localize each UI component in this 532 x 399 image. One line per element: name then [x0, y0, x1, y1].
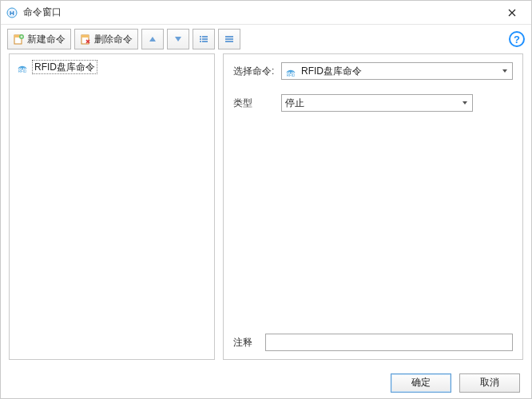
- notes-row: 注释: [233, 334, 513, 351]
- svg-rect-13: [225, 36, 233, 38]
- svg-rect-15: [225, 41, 233, 42]
- chevron-down-icon: [499, 63, 510, 79]
- svg-text:RFID: RFID: [287, 73, 296, 77]
- select-command-dropdown[interactable]: RFID RFID盘库命令: [281, 62, 513, 80]
- type-label: 类型: [233, 97, 281, 110]
- svg-rect-11: [200, 41, 201, 42]
- svg-rect-14: [225, 38, 233, 40]
- titlebar: H 命令窗口: [1, 1, 531, 25]
- svg-text:H: H: [10, 10, 14, 17]
- command-form-panel: 选择命令: RFID RFID盘库命令 类型 停止 注释: [223, 53, 523, 360]
- delete-command-label: 删除命令: [94, 33, 133, 46]
- close-button[interactable]: [496, 2, 528, 24]
- svg-rect-9: [200, 38, 201, 40]
- delete-command-button[interactable]: 删除命令: [74, 29, 138, 49]
- rfid-icon: RFID: [284, 64, 298, 78]
- dialog-footer: 确定 取消: [1, 366, 531, 398]
- new-command-button[interactable]: 新建命令: [7, 29, 71, 49]
- svg-rect-10: [202, 38, 208, 40]
- svg-rect-12: [202, 41, 208, 42]
- svg-rect-8: [202, 36, 208, 38]
- new-command-label: 新建命令: [27, 33, 66, 46]
- form-spacer: [233, 126, 513, 334]
- notes-label: 注释: [233, 336, 265, 350]
- tree-item[interactable]: RFID RFID盘库命令: [14, 59, 209, 75]
- svg-rect-7: [200, 36, 201, 38]
- chevron-down-icon: [459, 95, 470, 111]
- type-value: 停止: [285, 97, 304, 110]
- move-up-button[interactable]: [141, 29, 164, 49]
- notes-input[interactable]: [265, 334, 513, 351]
- svg-rect-6: [81, 35, 89, 38]
- svg-text:RFID: RFID: [18, 69, 27, 73]
- list-view-button[interactable]: [193, 29, 215, 49]
- cancel-button[interactable]: 取消: [459, 373, 520, 393]
- detail-view-button[interactable]: [218, 29, 240, 49]
- command-tree-panel: RFID RFID盘库命令: [9, 53, 215, 360]
- select-command-row: 选择命令: RFID RFID盘库命令: [233, 62, 513, 80]
- rfid-icon: RFID: [16, 61, 29, 73]
- type-dropdown[interactable]: 停止: [281, 94, 473, 112]
- ok-button[interactable]: 确定: [391, 373, 451, 393]
- move-down-button[interactable]: [167, 29, 189, 49]
- dialog-body: RFID RFID盘库命令 选择命令: RFID RFID盘库命令 类型: [1, 53, 531, 366]
- toolbar: 新建命令 删除命令 ?: [1, 25, 531, 53]
- help-button[interactable]: ?: [509, 31, 525, 47]
- window-title: 命令窗口: [23, 6, 496, 19]
- command-dialog: H 命令窗口 新建命令 删除命令 ?: [0, 0, 532, 399]
- select-command-value: RFID盘库命令: [301, 65, 362, 78]
- type-row: 类型 停止: [233, 94, 513, 112]
- tree-item-label: RFID盘库命令: [32, 60, 97, 74]
- app-icon: H: [6, 6, 18, 19]
- select-command-label: 选择命令:: [233, 65, 281, 78]
